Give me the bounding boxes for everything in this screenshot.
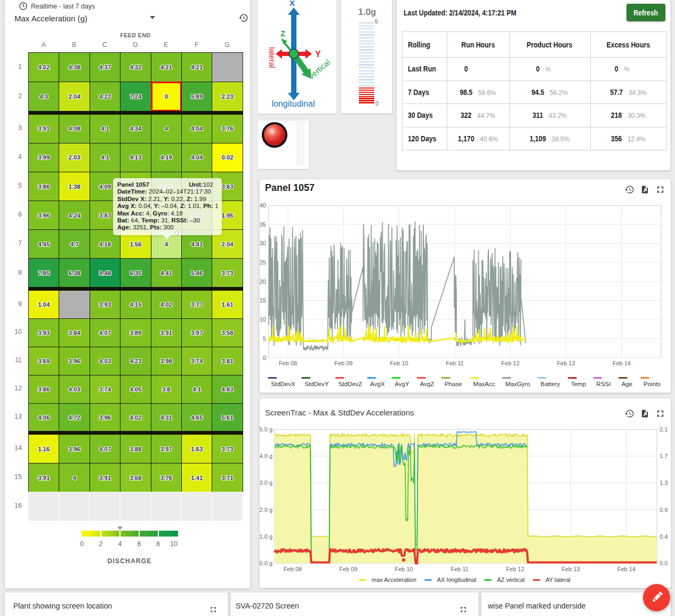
svg-text:30: 30	[260, 240, 266, 246]
svg-text:Feb 08: Feb 08	[279, 360, 297, 366]
svg-text:0.0 g: 0.0 g	[260, 560, 272, 566]
svg-text:0.9: 0.9	[660, 507, 668, 513]
svg-text:20: 20	[260, 278, 266, 285]
svg-text:3.0 g: 3.0 g	[260, 479, 272, 486]
svg-text:15: 15	[260, 297, 266, 303]
svg-text:longitudinal: longitudinal	[272, 99, 315, 108]
svg-text:Feb 10: Feb 10	[390, 360, 408, 366]
svg-text:35: 35	[260, 221, 266, 228]
svg-text:1.3: 1.3	[660, 479, 668, 486]
svg-text:Feb 09: Feb 09	[339, 566, 357, 572]
svg-text:0: 0	[263, 355, 266, 361]
svg-text:Feb 10: Feb 10	[395, 566, 413, 572]
svg-text:10: 10	[260, 316, 266, 323]
svg-text:Y: Y	[315, 50, 321, 59]
svg-text:2.0 g: 2.0 g	[260, 507, 272, 513]
svg-text:X: X	[290, 0, 295, 7]
svg-text:5.0 g: 5.0 g	[260, 426, 272, 433]
svg-text:0.4: 0.4	[660, 533, 668, 540]
svg-text:Feb 13: Feb 13	[557, 360, 575, 366]
svg-text:Feb 14: Feb 14	[617, 566, 636, 572]
svg-text:4.0 g: 4.0 g	[260, 453, 272, 459]
svg-text:1.0 g: 1.0 g	[260, 533, 272, 540]
svg-text:Feb 13: Feb 13	[561, 566, 580, 572]
svg-text:0.0: 0.0	[660, 560, 668, 566]
svg-text:25: 25	[260, 259, 266, 266]
svg-text:Feb 08: Feb 08	[284, 566, 302, 572]
svg-text:1.7: 1.7	[660, 453, 668, 459]
svg-text:Feb 11: Feb 11	[451, 566, 468, 572]
svg-text:lateral: lateral	[268, 47, 276, 68]
svg-text:Feb 09: Feb 09	[334, 360, 352, 366]
svg-text:2.1: 2.1	[660, 426, 668, 433]
svg-text:Feb 14: Feb 14	[613, 360, 631, 366]
svg-text:Feb 12: Feb 12	[506, 566, 524, 572]
svg-text:40: 40	[260, 202, 266, 209]
svg-text:5: 5	[263, 335, 266, 342]
svg-text:Z: Z	[280, 29, 285, 38]
svg-text:Feb 11: Feb 11	[446, 360, 463, 366]
svg-text:Feb 12: Feb 12	[501, 360, 519, 366]
